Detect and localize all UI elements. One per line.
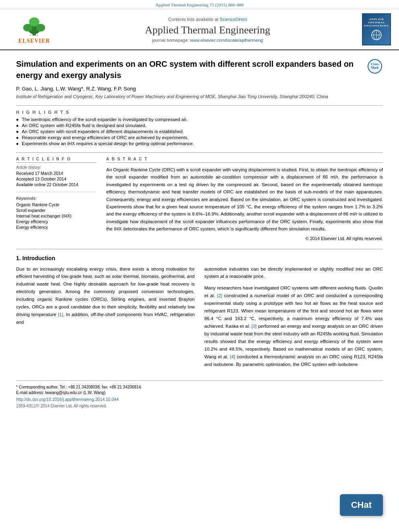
ref-1-link[interactable]: [1]: [58, 312, 63, 317]
chat-button[interactable]: CHat: [340, 494, 383, 516]
journal-title: Applied Thermal Engineering: [60, 24, 355, 36]
highlight-item-3: An ORC system with scroll expanders of d…: [16, 129, 383, 134]
ate-journal-badge: APPLIED THERMAL ENGINEERING: [362, 13, 391, 45]
introduction-section: 1. Introduction Due to an increasingly e…: [16, 249, 383, 373]
history-label: Article history:: [16, 165, 97, 170]
highlights-label: H I G H L I G H T S: [16, 110, 383, 115]
journal-title-section: Contents lists available at ScienceDirec…: [60, 16, 355, 43]
article-info-label: A R T I C L E I N F O: [16, 157, 97, 163]
issn-text: 1359-4311/© 2014 Elsevier Ltd. All right…: [16, 404, 107, 408]
ate-badge-section: APPLIED THERMAL ENGINEERING: [355, 13, 391, 45]
received-date: Received 17 March 2014: [16, 171, 97, 176]
ate-badge-graphic: [366, 29, 387, 41]
intro-right-col: automotive industries can be directly im…: [204, 265, 383, 373]
science-direct-link[interactable]: ScienceDirect: [220, 17, 247, 22]
intro-left-col: Due to an increasingly escalating energy…: [16, 265, 195, 373]
ref-3-link[interactable]: [3]: [251, 324, 257, 329]
highlights-list: The isentropic efficiency of the scroll …: [16, 117, 383, 146]
intro-para-2: automotive industries can be directly im…: [204, 265, 383, 281]
keyword-3: Internal heat exchanger (IHX): [16, 214, 97, 218]
paper-content: Simulation and experiments on an ORC sys…: [0, 50, 399, 417]
paper-title: Simulation and experiments on an ORC sys…: [16, 58, 363, 81]
keywords-label: Keywords:: [16, 196, 97, 201]
science-direct-label: Contents lists available at ScienceDirec…: [60, 16, 355, 23]
highlight-item-4: Reasonable exergy and energy efficiencie…: [16, 135, 383, 140]
highlight-item-2: An ORC system with R245fa fluid is desig…: [16, 123, 383, 128]
keyword-1: Organic Rankine Cycle: [16, 202, 97, 207]
keyword-5: Exergy efficiency: [16, 225, 97, 230]
introduction-heading: 1. Introduction: [16, 255, 383, 261]
intro-para-1: Due to an increasingly escalating energy…: [16, 265, 195, 327]
email-note: E-mail address: lwwang@sjtu.edu.cn (L.W.…: [16, 390, 383, 395]
divider-keywords: [16, 192, 97, 192]
keyword-4: Energy efficiency: [16, 219, 97, 224]
highlights-section: H I G H L I G H T S The isentropic effic…: [16, 110, 383, 146]
svg-point-4: [29, 17, 39, 26]
divider-2: [16, 152, 383, 153]
ref-4-link[interactable]: [4]: [230, 354, 235, 359]
journal-reference-bar: Applied Thermal Engineering 75 (2015) 88…: [0, 0, 399, 9]
authors-line: P. Gao, L. Jiang, L.W. Wang*, R.Z. Wang,…: [16, 86, 383, 92]
elsevier-logo-section: know•ledge ELSEVIER: [8, 15, 60, 44]
keywords-section: Keywords: Organic Rankine Cycle Scroll e…: [16, 196, 97, 230]
elsevier-brand-text: ELSEVIER: [19, 38, 50, 44]
highlight-item-1: The isentropic efficiency of the scroll …: [16, 117, 383, 122]
affiliation-text: Institute of Refrigeration and Cryogenic…: [16, 94, 383, 99]
intro-para-3: Many researchers have investigated ORC s…: [204, 284, 383, 368]
journal-homepage: journal homepage: www.elsevier.com/locat…: [60, 38, 355, 43]
doi-link[interactable]: http://dx.doi.org/10.1016/j.applthermale…: [16, 397, 119, 402]
crossmark-section: CrossMark: [367, 58, 383, 74]
highlight-item-5: Experiments show an IHX requires a speci…: [16, 141, 383, 146]
paper-title-section: Simulation and experiments on an ORC sys…: [16, 58, 383, 81]
footer-section: * Corresponding author. Tel.: +86 21 342…: [16, 380, 383, 409]
article-info-column: A R T I C L E I N F O Article history: R…: [16, 157, 97, 241]
available-date: Available online 22 October 2014: [16, 182, 97, 187]
abstract-column: A B S T R A C T An Organic Rankine Cycle…: [106, 157, 383, 241]
corresponding-author-note: * Corresponding author. Tel.: +86 21 342…: [16, 385, 383, 389]
ref-2-link[interactable]: [2]: [217, 293, 222, 298]
divider-1: [16, 105, 383, 106]
introduction-columns: Due to an increasingly escalating energy…: [16, 265, 383, 373]
journal-homepage-link[interactable]: www.elsevier.com/locate/apthermeng: [190, 38, 263, 43]
copyright-text: © 2014 Elsevier Ltd. All rights reserved…: [106, 236, 383, 241]
ate-badge-line3: ENGINEERING: [364, 24, 389, 27]
elsevier-tree-icon: know•ledge: [18, 15, 50, 37]
ate-badge-line1: APPLIED: [369, 18, 384, 21]
abstract-text: An Organic Rankine Cycle (ORC) with a sc…: [106, 166, 383, 233]
article-info-abstract: A R T I C L E I N F O Article history: R…: [16, 157, 383, 241]
abstract-label: A B S T R A C T: [106, 157, 383, 163]
journal-header: know•ledge ELSEVIER Contents lists avail…: [0, 9, 399, 50]
svg-text:know•ledge: know•ledge: [30, 34, 39, 36]
crossmark-text: CrossMark: [371, 63, 379, 70]
authors-text: P. Gao, L. Jiang, L.W. Wang*, R.Z. Wang,…: [16, 86, 136, 92]
ate-badge-line2: THERMAL: [368, 21, 385, 24]
crossmark-badge: CrossMark: [368, 59, 382, 74]
accepted-date: Accepted 13 October 2014: [16, 177, 97, 181]
article-history: Article history: Received 17 March 2014 …: [16, 165, 97, 187]
journal-reference-text: Applied Thermal Engineering 75 (2015) 88…: [156, 2, 244, 7]
keyword-2: Scroll expander: [16, 208, 97, 213]
